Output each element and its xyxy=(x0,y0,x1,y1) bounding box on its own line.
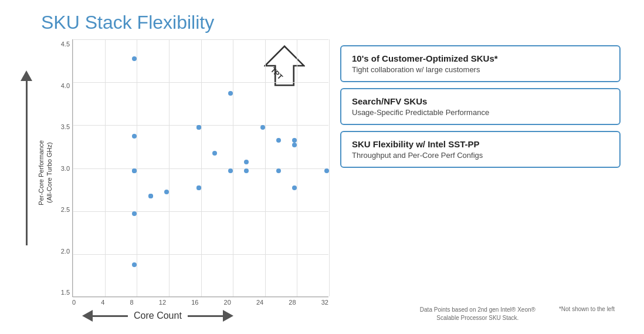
data-point-3 xyxy=(132,168,137,173)
data-point-12 xyxy=(196,125,201,130)
grid-line-v-12 xyxy=(169,39,170,296)
footnote-left: Data Points based on 2nd gen Intel® Xeon… xyxy=(420,306,535,322)
grid-line-v-32 xyxy=(329,39,330,296)
card-2-title: Search/NFV SKUs xyxy=(352,96,609,106)
bottom-footnotes: Data Points based on 2nd gen Intel® Xeon… xyxy=(233,306,626,322)
y-tick-4-5: 4.5 xyxy=(61,41,72,48)
cards-section: 10's of Customer-Optimized SKUs* Tight c… xyxy=(340,39,626,306)
chart-section: Per-Core Performance (All-Core Turbo GHz… xyxy=(18,39,328,306)
core-count-label: Core Count xyxy=(134,311,182,321)
x-arrow-back xyxy=(82,310,93,322)
y-axis-label-text: Per-Core Performance (All-Core Turbo GHz… xyxy=(37,140,54,205)
data-point-23 xyxy=(292,185,297,190)
bottom-area: Core Count Data Points based on 2nd gen … xyxy=(18,306,626,322)
x-arrow-head xyxy=(223,310,233,322)
page-title: SKU Stack Flexibility xyxy=(41,12,626,33)
data-point-20 xyxy=(276,168,281,173)
y-axis-arrow-line xyxy=(26,81,28,245)
data-point-5 xyxy=(132,56,137,61)
y-tick-4-0: 4.0 xyxy=(61,82,72,89)
data-point-1 xyxy=(132,211,137,216)
card-customer-skus: 10's of Customer-Optimized SKUs* Tight c… xyxy=(340,45,621,82)
grid-line-v-4 xyxy=(105,39,106,296)
grid-line-v-20 xyxy=(233,39,233,296)
y-tick-1-5: 1.5 xyxy=(61,289,72,296)
data-point-10 xyxy=(196,185,201,190)
content-area: Per-Core Performance (All-Core Turbo GHz… xyxy=(18,39,626,306)
y-axis-arrowhead xyxy=(21,70,32,81)
card-sst-pp: SKU Flexibility w/ Intel SST-PP Throughp… xyxy=(340,131,621,168)
data-point-22 xyxy=(292,138,297,143)
data-point-4 xyxy=(132,134,137,139)
y-tick-2-0: 2.0 xyxy=(61,248,72,255)
data-point-13 xyxy=(212,151,217,156)
y-tick-labels: 4.5 4.0 3.5 3.0 2.5 2.0 1.5 xyxy=(56,39,72,297)
chart-canvas: TPT xyxy=(72,39,328,297)
y-tick-2-5: 2.5 xyxy=(61,206,72,213)
x-tick-16: 16 xyxy=(191,299,198,306)
x-tick-32: 32 xyxy=(321,299,328,306)
x-tick-28: 28 xyxy=(289,299,296,306)
chart-plot-area: 4.5 4.0 3.5 3.0 2.5 2.0 1.5 xyxy=(56,39,328,306)
card-2-subtitle: Usage-Specific Predictable Performance xyxy=(352,108,609,117)
data-point-17 xyxy=(244,160,249,164)
x-tick-labels: 0 4 8 12 16 20 24 28 32 xyxy=(56,299,328,306)
y-axis-label: Per-Core Performance (All-Core Turbo GHz… xyxy=(35,39,56,306)
chart-with-yaxis: 4.5 4.0 3.5 3.0 2.5 2.0 1.5 xyxy=(56,39,328,297)
card-1-subtitle: Tight collaboration w/ large customers xyxy=(352,65,609,74)
card-search-nfv: Search/NFV SKUs Usage-Specific Predictab… xyxy=(340,88,621,125)
x-tick-20: 20 xyxy=(224,299,231,306)
y-axis-arrow-container xyxy=(18,39,35,306)
page-container: SKU Stack Flexibility Per-Core Performan… xyxy=(0,0,644,334)
data-point-8 xyxy=(164,190,169,194)
x-arrow-line-right xyxy=(188,315,223,317)
card-1-title: 10's of Customer-Optimized SKUs* xyxy=(352,53,609,63)
x-tick-12: 12 xyxy=(159,299,166,306)
data-point-15 xyxy=(228,168,233,173)
card-3-subtitle: Throughput and Per-Core Perf Configs xyxy=(352,151,609,160)
data-point-24 xyxy=(324,168,329,173)
x-tick-0: 0 xyxy=(72,299,76,306)
x-tick-8: 8 xyxy=(130,299,134,306)
grid-line-h-1.5 xyxy=(73,297,328,298)
x-axis-row: Core Count xyxy=(70,310,233,322)
data-point-0 xyxy=(132,262,137,267)
y-tick-3-0: 3.0 xyxy=(61,165,72,172)
x-arrow-line-left xyxy=(93,315,128,317)
grid-line-v-8 xyxy=(137,39,137,296)
data-point-19 xyxy=(276,138,281,143)
x-arrow-right xyxy=(188,310,233,322)
grid-line-v-16 xyxy=(201,39,202,296)
data-point-18 xyxy=(260,125,265,130)
grid-line-v-28 xyxy=(297,39,297,296)
data-point-21 xyxy=(292,143,297,147)
svg-marker-0 xyxy=(265,46,304,86)
y-tick-3-5: 3.5 xyxy=(61,123,72,130)
data-point-16 xyxy=(244,168,249,173)
x-arrow-left xyxy=(82,310,128,322)
footnote-right: *Not shown to the left xyxy=(559,306,615,322)
x-tick-24: 24 xyxy=(256,299,263,306)
grid-line-v-24 xyxy=(265,39,266,296)
card-3-title: SKU Flexibility w/ Intel SST-PP xyxy=(352,139,609,149)
data-point-14 xyxy=(228,91,233,96)
grid-line-v-0 xyxy=(73,39,73,296)
data-point-7 xyxy=(148,194,153,198)
x-tick-4: 4 xyxy=(101,299,104,306)
